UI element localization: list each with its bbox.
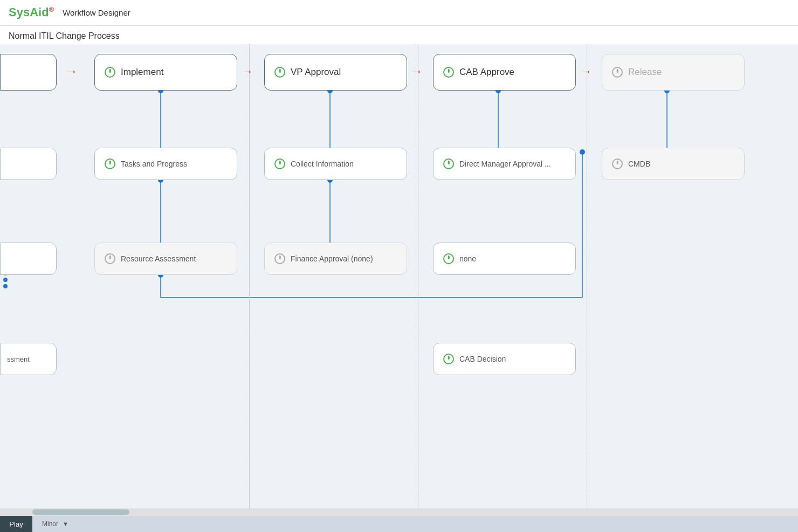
none-power-icon [443,253,454,264]
status-label: Minor [42,520,58,528]
cmdb-power-icon [612,158,623,169]
arrow-1: → [242,65,253,79]
logo: SysAid® [9,5,54,19]
cab-approve-power-icon [443,67,454,78]
app-title: Workflow Designer [63,8,130,17]
collect-label: Collect Information [291,160,354,168]
workflow-canvas: ssment → Implement → VP Approval → CAB A… [0,44,798,515]
logo-text: SysAid® [9,5,54,19]
tasks-label: Tasks and Progress [121,160,187,168]
connections-svg [0,44,798,515]
direct-manager-node[interactable]: Direct Manager Approval ... [433,148,576,180]
cmdb-node[interactable]: CMDB [602,148,745,180]
tasks-power-icon [105,158,115,169]
svg-point-22 [580,149,585,155]
bottom-status: Minor ▼ [42,520,68,528]
partial-sub-card-3[interactable]: ssment [0,343,57,375]
direct-label: Direct Manager Approval ... [459,160,551,168]
vp-approval-label: VP Approval [291,67,341,78]
implement-label: Implement [121,67,163,78]
release-label: Release [628,67,662,78]
finance-power-icon [274,253,285,264]
resource-assessment-node[interactable]: Resource Assessment [94,243,237,275]
cab-decision-label: CAB Decision [459,355,506,363]
arrow-3: → [580,65,592,79]
none-node[interactable]: none [433,243,576,275]
vp-approval-power-icon [274,67,285,78]
partial-sub-card-2[interactable] [0,243,57,275]
partial-node-card[interactable] [0,54,57,91]
cab-decision-power-icon [443,354,454,364]
release-node[interactable]: Release [602,54,745,91]
horizontal-scrollbar[interactable] [0,508,798,516]
release-power-icon [612,67,623,78]
resource-power-icon [105,253,115,264]
vp-approval-node[interactable]: VP Approval [264,54,407,91]
implement-power-icon [105,67,115,78]
partial-sub-card-1[interactable] [0,148,57,180]
header: SysAid® Workflow Designer [0,0,798,26]
side-dot-3 [3,284,8,288]
collect-info-node[interactable]: Collect Information [264,148,407,180]
play-button[interactable]: Play [0,516,32,532]
bottom-bar: Play Minor ▼ [0,516,798,532]
cab-approve-label: CAB Approve [459,67,514,78]
resource-label: Resource Assessment [121,254,196,263]
col-divider-1 [249,44,250,515]
direct-power-icon [443,158,454,169]
page-title: Normal ITIL Change Process [0,26,798,44]
collect-power-icon [274,158,285,169]
implement-node[interactable]: Implement [94,54,237,91]
col-divider-3 [587,44,587,515]
finance-label: Finance Approval (none) [291,254,373,263]
tasks-progress-node[interactable]: Tasks and Progress [94,148,237,180]
finance-approval-node[interactable]: Finance Approval (none) [264,243,407,275]
arrow-0: → [66,65,78,79]
dropdown-arrow-icon: ▼ [63,521,68,527]
scrollbar-thumb[interactable] [32,509,129,515]
none-label: none [459,254,476,263]
cab-approve-node[interactable]: CAB Approve [433,54,576,91]
cmdb-label: CMDB [628,160,650,168]
arrow-2: → [411,65,423,79]
side-dot-2 [3,278,8,282]
col-divider-2 [418,44,418,515]
cab-decision-node[interactable]: CAB Decision [433,343,576,375]
